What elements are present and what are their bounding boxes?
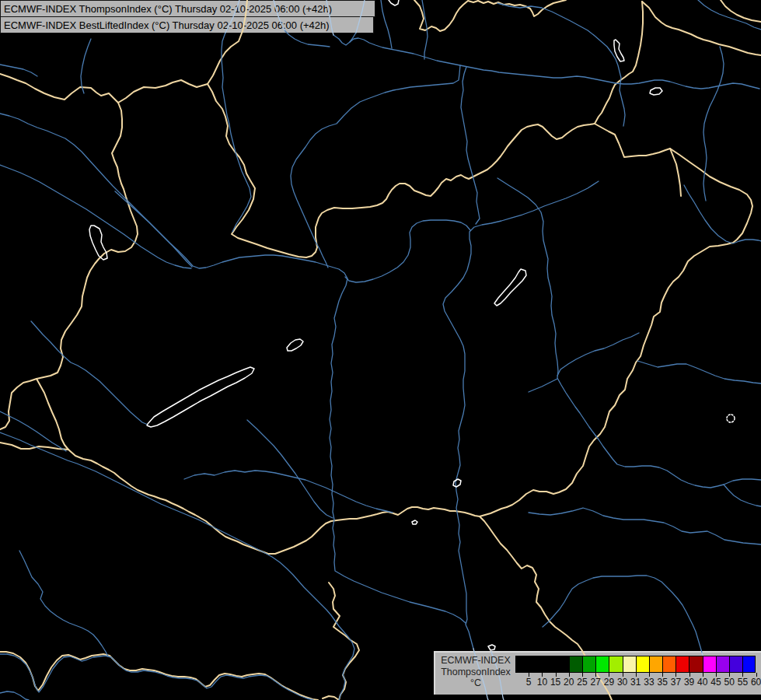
legend-index-label: ThompsonIndex <box>437 667 515 678</box>
colorbar-tick-label: 5 <box>526 677 532 688</box>
river-nw-1 <box>81 39 91 93</box>
river-bosnia-meander <box>19 551 108 656</box>
river-koros-fork <box>529 379 557 392</box>
river-drava <box>0 432 354 700</box>
legend-title-block: ECMWF-INDEX ThompsonIndex °C <box>437 655 515 689</box>
lake-balaton <box>147 367 254 427</box>
colorbar-tick-label: 35 <box>658 677 668 688</box>
colorbar-box <box>542 656 555 673</box>
colorbar-box <box>556 656 569 673</box>
river-banat-arc <box>543 576 702 653</box>
colorbar-tick-label: 10 <box>537 677 547 688</box>
river-danube <box>0 114 466 623</box>
colorbar-tick-label: 33 <box>644 677 654 688</box>
colorbar-box <box>623 656 636 673</box>
border-ukraine-stub <box>670 149 681 196</box>
colorbar-box <box>636 656 649 673</box>
rivers-over-panels <box>225 0 704 700</box>
border-slovakia-hungary <box>208 84 595 257</box>
colorbar-box <box>716 656 729 673</box>
colorbar-tick-label: 39 <box>684 677 694 688</box>
legend-unit-label: °C <box>437 677 515 689</box>
colorbar-tick-label: 45 <box>710 677 721 688</box>
river-mura <box>0 411 66 451</box>
colorbar-box <box>742 656 756 673</box>
river-bodrog-szamos-mures <box>497 178 761 506</box>
colorbar-tick-label: 55 <box>738 677 748 688</box>
border-croatia-west <box>0 443 68 450</box>
colorbar-tick-label: 60 <box>751 677 761 688</box>
lake-ukraine-reservoir <box>614 40 624 61</box>
border-hungary-croatia <box>68 450 507 554</box>
colorbar-tick-label: 37 <box>671 677 681 688</box>
colorbar-tick-label: 30 <box>617 677 627 688</box>
river-raba-branch <box>115 191 192 267</box>
rivers <box>0 0 761 700</box>
title-bar-secondary: ECMWF-INDEX BestLiftedIndex (°C) Thursda… <box>0 17 374 33</box>
colorbar-box <box>703 656 716 673</box>
river-mures-fork <box>724 479 761 485</box>
border-poland-slovakia <box>414 0 566 31</box>
river-ukraine-north <box>497 3 625 126</box>
lake-velence <box>287 339 303 351</box>
river-zala <box>31 321 148 425</box>
river-ne-corner <box>698 0 761 30</box>
river-ukraine-east <box>703 47 724 201</box>
river-vah-lower <box>291 65 460 268</box>
lake-orava <box>389 0 399 5</box>
river-slavonia <box>184 471 393 513</box>
river-top-1 <box>350 33 356 42</box>
colorbar-box <box>729 656 742 673</box>
border-slovakia-ukraine <box>595 2 643 124</box>
colorbar-box <box>529 656 542 673</box>
map-canvas <box>0 0 761 700</box>
river-koros-1 <box>557 333 639 376</box>
river-raba <box>0 165 191 268</box>
lake-neusiedl <box>89 226 107 260</box>
colorbar-tick-label: 20 <box>564 677 574 688</box>
border-sava <box>0 652 318 700</box>
colorbar-box <box>595 656 609 673</box>
colorbar-box <box>689 656 702 673</box>
lake-tiny-se <box>488 645 495 650</box>
river-ipoly <box>345 220 470 282</box>
colorbar-tick-label: 29 <box>604 677 614 688</box>
river-tisza <box>443 181 599 649</box>
colorbar-box <box>675 656 689 673</box>
river-sw-corner <box>0 691 29 700</box>
colorbar-tick-label: 40 <box>697 677 707 688</box>
title-line-1: ECMWF-INDEX ThompsonIndex (°C) Thursday … <box>4 3 332 15</box>
river-top-2 <box>381 0 392 48</box>
river-sio <box>247 420 333 518</box>
title-line-2: ECMWF-INDEX BestLiftedIndex (°C) Thursda… <box>4 19 330 31</box>
lake-small-ne <box>650 88 662 95</box>
colorbar-box <box>649 656 662 673</box>
river-hron <box>461 67 480 224</box>
border-czech-austria <box>0 74 208 103</box>
river-morava <box>222 33 251 232</box>
lakes <box>89 0 735 650</box>
border-hungary-ukraine <box>595 124 670 157</box>
colorbar-tick-label: 25 <box>577 677 587 688</box>
weather-map-screen: ECMWF-INDEX ThompsonIndex (°C) Thursday … <box>0 0 761 700</box>
lake-palic <box>453 479 461 487</box>
river-vah-spring <box>422 0 428 59</box>
lake-tisza <box>494 269 526 306</box>
colorbar-tick-label: 15 <box>550 677 560 688</box>
colorbar-box <box>569 656 582 673</box>
border-croatia-serbia <box>329 583 359 700</box>
border-austria-hungary <box>37 103 138 379</box>
colorbar-box <box>662 656 675 673</box>
colorbar-tick-label: 50 <box>724 677 735 688</box>
colorbar-tick-label: 27 <box>591 677 601 688</box>
colorbar-box <box>609 656 622 673</box>
border-ukraine-north <box>642 2 761 55</box>
title-bar-primary: ECMWF-INDEX ThompsonIndex (°C) Thursday … <box>0 0 375 17</box>
colorbar-box <box>582 656 595 673</box>
country-borders <box>0 0 761 700</box>
legend-content: ECMWF-INDEX ThompsonIndex °C 51015202527… <box>434 651 761 695</box>
border-top-right-corner <box>721 0 761 22</box>
lake-circle-east <box>727 415 735 422</box>
lake-tiny-south <box>412 520 417 524</box>
colorbar-tick-label: 31 <box>630 677 641 688</box>
